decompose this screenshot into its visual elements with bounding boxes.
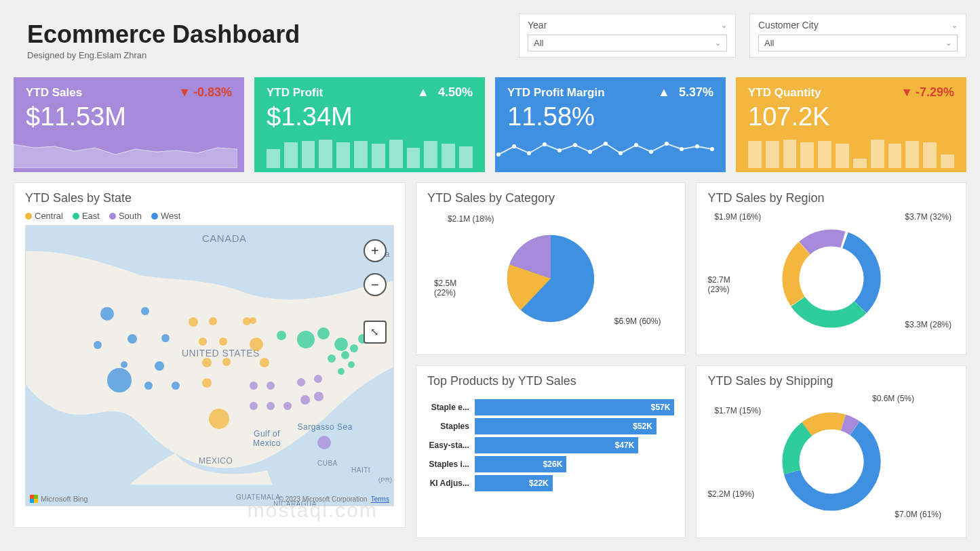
kpi-ytd-profit[interactable]: YTD Profit ▲ 4.50% $1.34M	[254, 77, 485, 172]
reg-label-a: $1.9M (16%)	[714, 212, 761, 222]
triangle-up-icon: ▲	[417, 85, 429, 100]
kpi-row: YTD Sales ▼-0.83% $11.53M YTD Profit ▲ 4…	[14, 77, 966, 172]
legend-west[interactable]: West	[161, 211, 180, 221]
map-attribution: © 2023 Microsoft Corporation Terms	[279, 495, 389, 503]
category-card: YTD Sales by Category $2.1M (18%) $2.5M …	[416, 182, 686, 355]
kpi-qty-title: YTD Quantity	[748, 86, 821, 100]
svg-point-8	[619, 151, 623, 155]
top-products-title: Top Products by YTD Sales	[427, 374, 675, 388]
category-title: YTD Sales by Category	[427, 191, 675, 205]
region-donut[interactable]: $1.9M (16%) $3.7M (32%) $2.7M (23%) $3.3…	[707, 211, 955, 346]
svg-point-5	[573, 143, 577, 147]
dashboard-root: Ecommerce Dashboard Designed by Eng.Esla…	[14, 14, 966, 538]
kpi-qty-value: 107.2K	[748, 102, 954, 131]
triangle-down-icon: ▼	[178, 85, 191, 100]
top-products-card: Top Products by YTD Sales Staple e...$57…	[416, 365, 686, 538]
region-card: YTD Sales by Region $1.9M (16%) $3.7M (3…	[696, 182, 966, 355]
ship-label-c: $2.2M (19%)	[707, 489, 754, 499]
cat-label-a: $2.1M (18%)	[448, 214, 494, 224]
shipping-donut[interactable]: $0.6M (5%) $1.7M (15%) $2.2M (19%) $7.0M…	[707, 394, 955, 529]
map-label-mexico: MEXICO	[199, 456, 233, 466]
legend-east[interactable]: East	[82, 211, 100, 221]
filter-year-card: Year ⌄ All ⌄	[519, 14, 736, 58]
kpi-profit-title: YTD Profit	[267, 86, 323, 100]
svg-point-7	[604, 142, 608, 146]
map-label-pr: (PR)	[378, 476, 393, 483]
svg-point-14	[710, 147, 714, 151]
kpi-ytd-sales[interactable]: YTD Sales ▼-0.83% $11.53M	[14, 77, 244, 172]
reg-label-d: $3.3M (28%)	[905, 320, 952, 329]
chevron-down-icon[interactable]: ⌄	[721, 21, 727, 30]
zoom-out-button[interactable]: −	[364, 273, 387, 296]
map-label-gulf: Gulf of Mexico	[253, 429, 281, 448]
filter-city-label: Customer City	[758, 20, 819, 30]
bar-row: Easy-sta...$47K	[427, 437, 675, 453]
terms-link[interactable]: Terms	[371, 495, 389, 503]
map-label-cuba: CUBA	[317, 460, 338, 467]
page-title: Ecommerce Dashboard	[27, 20, 492, 49]
svg-point-10	[649, 150, 653, 154]
shipping-card: YTD Sales by Shipping $0.6M (5%) $1.7M (…	[696, 365, 966, 538]
kpi-sales-title: YTD Sales	[26, 86, 82, 100]
kpi-margin-title: YTD Profit Margin	[507, 86, 605, 100]
map-select-button[interactable]: ⤡	[364, 321, 387, 344]
svg-point-4	[557, 148, 562, 152]
map-area[interactable]: CANADA Labra UNITED STATES MEXICO Gulf o…	[25, 225, 394, 506]
legend-central[interactable]: Central	[35, 211, 63, 221]
svg-point-9	[634, 143, 638, 147]
chevron-down-icon[interactable]: ⌄	[952, 21, 958, 30]
top-products-bars[interactable]: Staple e...$57K Staples$52K Easy-sta...$…	[427, 394, 675, 497]
svg-point-0	[496, 152, 501, 157]
filter-year-select[interactable]: All ⌄	[528, 35, 727, 52]
filter-year-value: All	[534, 38, 543, 48]
svg-point-13	[695, 144, 699, 148]
ship-label-d: $7.0M (61%)	[895, 510, 941, 519]
svg-point-6	[588, 150, 592, 154]
filter-city-select[interactable]: All ⌄	[758, 35, 958, 52]
margin-sparkline	[495, 127, 719, 168]
zoom-in-button[interactable]: +	[364, 239, 387, 262]
bar-row: KI Adjus...$22K	[427, 475, 675, 491]
filter-city-card: Customer City ⌄ All ⌄	[749, 14, 966, 58]
sales-sparkline	[14, 127, 237, 168]
profit-sparkbars	[267, 136, 473, 168]
svg-point-3	[543, 142, 547, 146]
svg-point-11	[665, 142, 669, 146]
microsoft-icon	[30, 495, 38, 503]
shipping-title: YTD Sales by Shipping	[707, 374, 955, 388]
bar-row: Staples$52K	[427, 418, 675, 434]
content-row: YTD Sales by State Central East South We…	[14, 182, 966, 538]
page-subtitle: Designed by Eng.Eslam Zhran	[27, 50, 492, 60]
title-block: Ecommerce Dashboard Designed by Eng.Esla…	[14, 14, 505, 67]
region-title: YTD Sales by Region	[707, 191, 955, 205]
svg-point-1	[512, 144, 516, 148]
kpi-profit-delta: 4.50%	[438, 85, 473, 100]
map-card: YTD Sales by State Central East South We…	[14, 182, 406, 528]
map-title: YTD Sales by State	[25, 191, 394, 205]
reg-label-b: $3.7M (32%)	[905, 212, 952, 222]
map-label-us: UNITED STATES	[182, 348, 260, 359]
filter-year-label: Year	[528, 20, 547, 30]
kpi-qty-delta: -7.29%	[916, 85, 954, 100]
qty-sparkbars	[748, 136, 954, 168]
chevron-down-icon: ⌄	[715, 39, 721, 47]
category-pie[interactable]: $2.1M (18%) $2.5M (22%) $6.9M (60%)	[427, 211, 675, 346]
chevron-down-icon: ⌄	[945, 39, 952, 47]
triangle-up-icon: ▲	[658, 85, 670, 100]
bar-row: Staple e...$57K	[427, 399, 675, 415]
cat-label-c: $6.9M (60%)	[614, 317, 661, 326]
reg-label-c: $2.7M (23%)	[707, 275, 741, 294]
cat-label-b: $2.5M (22%)	[434, 279, 468, 298]
bing-attribution: Microsoft Bing	[30, 495, 88, 503]
kpi-ytd-profit-margin[interactable]: YTD Profit Margin ▲ 5.37% 11.58%	[495, 77, 726, 172]
legend-south[interactable]: South	[119, 211, 142, 221]
filter-city-value: All	[764, 38, 774, 48]
ship-label-a: $0.6M (5%)	[872, 394, 914, 403]
map-legend: Central East South West	[25, 211, 394, 221]
svg-point-12	[680, 147, 684, 151]
kpi-margin-delta: 5.37%	[679, 85, 713, 100]
kpi-ytd-quantity[interactable]: YTD Quantity ▼-7.29% 107.2K	[736, 77, 966, 172]
bar-row: Staples i...$26K	[427, 456, 675, 472]
kpi-sales-delta: -0.83%	[193, 85, 232, 100]
map-label-canada: CANADA	[202, 232, 247, 244]
